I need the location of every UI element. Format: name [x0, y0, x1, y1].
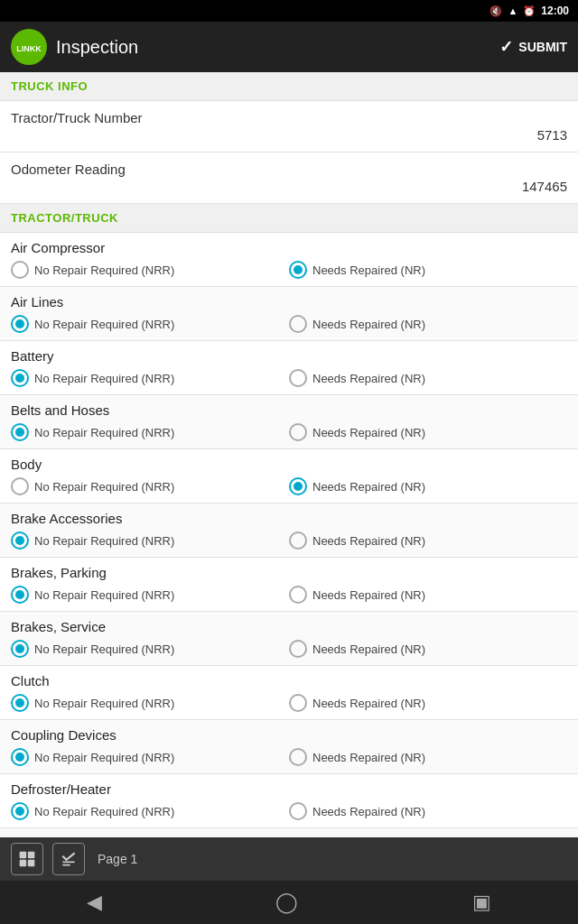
nr-option[interactable]: Needs Repaired (NR)	[289, 477, 567, 495]
inspection-item: Belts and HosesNo Repair Required (NRR)N…	[0, 395, 578, 449]
nrr-label: No Repair Required (NRR)	[34, 642, 174, 656]
nr-option[interactable]: Needs Repaired (NR)	[289, 369, 567, 387]
nrr-radio[interactable]	[11, 586, 29, 604]
nrr-option[interactable]: No Repair Required (NRR)	[11, 640, 289, 658]
item-options: No Repair Required (NRR)Needs Repaired (…	[11, 586, 567, 604]
inspection-items-list: Air CompressorNo Repair Required (NRR)Ne…	[0, 233, 578, 837]
page-label: Page 1	[98, 852, 137, 866]
nrr-radio[interactable]	[11, 802, 29, 820]
nrr-option[interactable]: No Repair Required (NRR)	[11, 586, 289, 604]
app-bar: LINKK Inspection ✓ SUBMIT	[0, 22, 578, 72]
nr-label: Needs Repaired (NR)	[312, 372, 425, 385]
nrr-radio[interactable]	[11, 423, 29, 441]
status-icons: 🔇 ▲ ⏰ 12:00	[489, 5, 569, 17]
nr-option[interactable]: Needs Repaired (NR)	[289, 694, 567, 712]
checklist-icon	[60, 850, 78, 868]
nr-radio[interactable]	[289, 586, 307, 604]
nrr-option[interactable]: No Repair Required (NRR)	[11, 694, 289, 712]
recents-button[interactable]: ▣	[454, 883, 509, 921]
submit-button[interactable]: ✓ SUBMIT	[499, 37, 567, 57]
item-options: No Repair Required (NRR)Needs Repaired (…	[11, 261, 567, 279]
svg-rect-5	[28, 860, 35, 867]
home-button[interactable]: ◯	[257, 883, 316, 921]
inspection-item: ClutchNo Repair Required (NRR)Needs Repa…	[0, 666, 578, 720]
nrr-label: No Repair Required (NRR)	[34, 697, 174, 710]
nr-radio[interactable]	[289, 531, 307, 550]
nrr-option[interactable]: No Repair Required (NRR)	[11, 748, 289, 766]
nrr-radio[interactable]	[11, 477, 29, 495]
item-title: Air Compressor	[11, 240, 567, 255]
nr-radio[interactable]	[289, 261, 307, 279]
nrr-option[interactable]: No Repair Required (NRR)	[11, 369, 289, 387]
nr-radio[interactable]	[289, 477, 307, 495]
item-title: Coupling Devices	[11, 727, 567, 743]
nr-radio[interactable]	[289, 694, 307, 712]
nrr-radio[interactable]	[11, 694, 29, 712]
nr-radio[interactable]	[289, 369, 307, 387]
nrr-radio[interactable]	[11, 261, 29, 279]
item-options: No Repair Required (NRR)Needs Repaired (…	[11, 748, 567, 766]
nr-label: Needs Repaired (NR)	[312, 480, 425, 494]
item-title: Battery	[11, 348, 567, 364]
nrr-option[interactable]: No Repair Required (NRR)	[11, 315, 289, 333]
nr-label: Needs Repaired (NR)	[312, 263, 425, 277]
item-options: No Repair Required (NRR)Needs Repaired (…	[11, 531, 567, 550]
svg-text:LINKK: LINKK	[16, 44, 42, 53]
item-title: Body	[11, 457, 567, 472]
nr-radio[interactable]	[289, 423, 307, 441]
nr-radio[interactable]	[289, 315, 307, 333]
nrr-option[interactable]: No Repair Required (NRR)	[11, 261, 289, 279]
nr-label: Needs Repaired (NR)	[312, 318, 425, 331]
nr-label: Needs Repaired (NR)	[312, 588, 425, 602]
item-title: Defroster/Heater	[11, 781, 567, 797]
nrr-radio[interactable]	[11, 369, 29, 387]
nr-option[interactable]: Needs Repaired (NR)	[289, 423, 567, 441]
nrr-label: No Repair Required (NRR)	[34, 588, 174, 602]
svg-rect-3	[28, 852, 35, 859]
nr-option[interactable]: Needs Repaired (NR)	[289, 748, 567, 766]
clock-icon: ⏰	[523, 5, 536, 17]
nr-option[interactable]: Needs Repaired (NR)	[289, 261, 567, 279]
tractor-truck-number-field[interactable]: Tractor/Truck Number 5713	[0, 101, 578, 152]
nr-option[interactable]: Needs Repaired (NR)	[289, 531, 567, 550]
nrr-option[interactable]: No Repair Required (NRR)	[11, 802, 289, 820]
nrr-radio[interactable]	[11, 640, 29, 658]
nrr-radio[interactable]	[11, 315, 29, 333]
nrr-label: No Repair Required (NRR)	[34, 805, 174, 818]
nr-label: Needs Repaired (NR)	[312, 426, 425, 439]
nrr-label: No Repair Required (NRR)	[34, 372, 174, 385]
nrr-label: No Repair Required (NRR)	[34, 318, 174, 331]
nr-radio[interactable]	[289, 802, 307, 820]
nrr-option[interactable]: No Repair Required (NRR)	[11, 423, 289, 441]
nrr-option[interactable]: No Repair Required (NRR)	[11, 477, 289, 495]
nr-option[interactable]: Needs Repaired (NR)	[289, 802, 567, 820]
item-title: Brakes, Service	[11, 619, 567, 634]
nr-option[interactable]: Needs Repaired (NR)	[289, 315, 567, 333]
nr-radio[interactable]	[289, 640, 307, 658]
back-button[interactable]: ◀	[69, 883, 120, 921]
odometer-reading-label: Odometer Reading	[11, 162, 567, 177]
nr-label: Needs Repaired (NR)	[312, 642, 425, 656]
nr-radio[interactable]	[289, 748, 307, 766]
check-list-button[interactable]	[52, 843, 85, 875]
item-title: Clutch	[11, 673, 567, 688]
inspection-item: Air CompressorNo Repair Required (NRR)Ne…	[0, 233, 578, 287]
nrr-label: No Repair Required (NRR)	[34, 751, 174, 764]
nrr-option[interactable]: No Repair Required (NRR)	[11, 531, 289, 550]
item-options: No Repair Required (NRR)Needs Repaired (…	[11, 423, 567, 441]
status-bar: 🔇 ▲ ⏰ 12:00	[0, 0, 578, 22]
nrr-radio[interactable]	[11, 748, 29, 766]
nrr-radio[interactable]	[11, 531, 29, 550]
svg-rect-4	[20, 860, 27, 867]
wifi-icon: ▲	[508, 5, 517, 16]
item-title: Brakes, Parking	[11, 565, 567, 580]
nr-option[interactable]: Needs Repaired (NR)	[289, 586, 567, 604]
inspection-item: BatteryNo Repair Required (NRR)Needs Rep…	[0, 341, 578, 395]
inspection-item: Defroster/HeaterNo Repair Required (NRR)…	[0, 774, 578, 828]
tractor-truck-number-value: 5713	[11, 127, 567, 143]
panels-icon	[18, 850, 36, 868]
odometer-reading-field[interactable]: Odometer Reading 147465	[0, 152, 578, 204]
nr-option[interactable]: Needs Repaired (NR)	[289, 640, 567, 658]
panels-button[interactable]	[11, 843, 43, 875]
inspection-item: BodyNo Repair Required (NRR)Needs Repair…	[0, 449, 578, 504]
